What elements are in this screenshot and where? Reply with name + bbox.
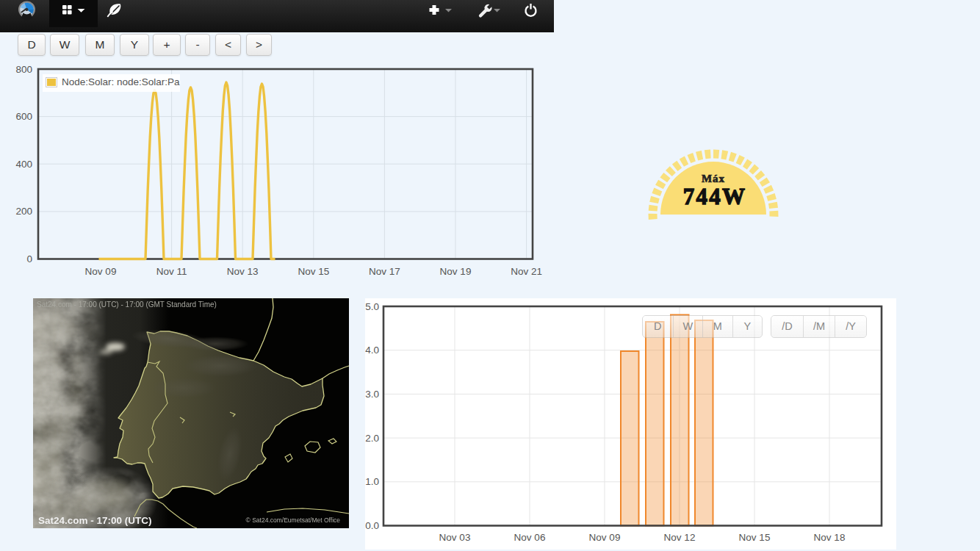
svg-text:Nov 12: Nov 12 — [664, 532, 696, 543]
svg-text:Nov 15: Nov 15 — [298, 266, 329, 277]
svg-text:Nov 19: Nov 19 — [440, 266, 472, 277]
svg-text:Nov 21: Nov 21 — [511, 266, 542, 277]
svg-text:200: 200 — [15, 206, 32, 217]
svg-text:1.0: 1.0 — [365, 476, 379, 487]
svg-text:Sat24.com - 17:00 (UTC): Sat24.com - 17:00 (UTC) — [38, 515, 152, 526]
svg-text:3.0: 3.0 — [365, 389, 379, 400]
svg-text:Nov 18: Nov 18 — [814, 532, 846, 543]
svg-text:Nov 03: Nov 03 — [439, 532, 471, 543]
svg-text:4.0: 4.0 — [365, 345, 379, 356]
svg-text:5.0: 5.0 — [365, 301, 379, 312]
svg-text:0: 0 — [26, 253, 32, 264]
svg-text:Nov 06: Nov 06 — [514, 532, 546, 543]
svg-text:0.0: 0.0 — [365, 520, 379, 531]
svg-text:Nov 17: Nov 17 — [369, 266, 400, 277]
svg-text:Nov 13: Nov 13 — [227, 266, 259, 277]
svg-text:800: 800 — [15, 64, 32, 75]
svg-text:Nov 11: Nov 11 — [156, 266, 187, 277]
svg-text:Nov 09: Nov 09 — [85, 266, 117, 277]
svg-text:744W: 744W — [683, 184, 746, 209]
svg-text:600: 600 — [15, 111, 32, 122]
svg-text:Sat24.com - 17:00 (UTC) - 17:0: Sat24.com - 17:00 (UTC) - 17:00 (GMT Sta… — [37, 300, 217, 309]
svg-text:2.0: 2.0 — [365, 433, 379, 444]
svg-text:© Sat24.com/Eumetsat/Met Offic: © Sat24.com/Eumetsat/Met Office — [246, 516, 341, 524]
svg-text:Nov 15: Nov 15 — [739, 532, 771, 543]
svg-text:400: 400 — [15, 159, 32, 170]
svg-text:Máx: Máx — [702, 173, 725, 184]
svg-text:Nov 09: Nov 09 — [589, 532, 621, 543]
